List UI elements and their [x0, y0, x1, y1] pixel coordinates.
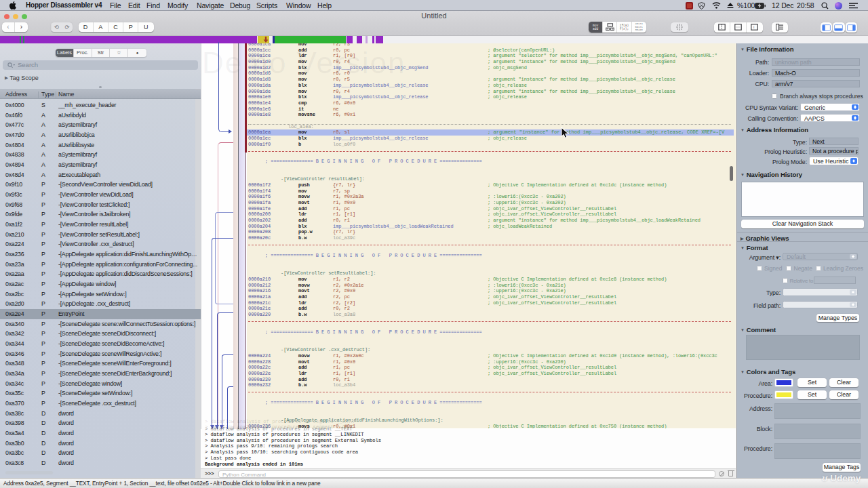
svg-text:i: i	[753, 26, 754, 30]
